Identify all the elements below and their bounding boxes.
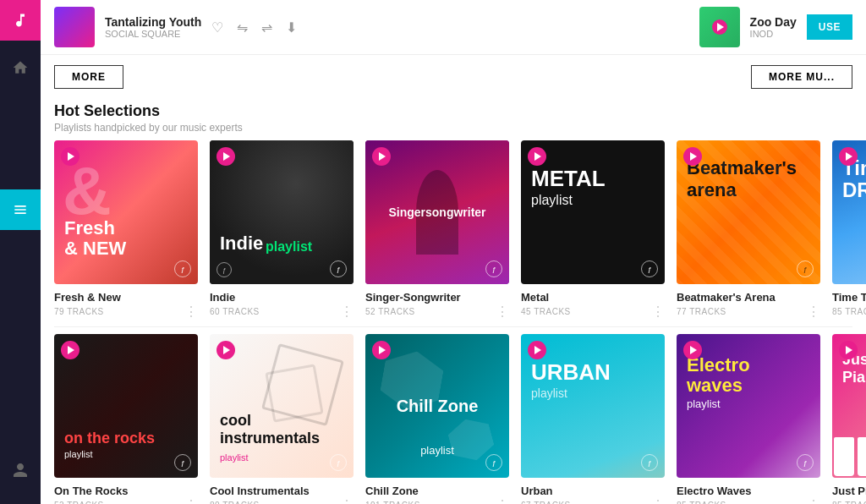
play-overlay-piano [839,341,858,359]
playlist-name-indie: Indie [210,291,354,304]
playlist-tracks-metal: 45 TRACKS [521,307,571,316]
playlist-logo-urban: ƒ [641,454,658,471]
indie-sub: playlist [266,239,312,255]
chill-sub: playlist [420,444,454,457]
sidebar-icon-music[interactable] [0,0,41,41]
playlist-logo-metal: ƒ [641,260,658,277]
remix-icon[interactable]: ⇌ [261,19,272,36]
playlist-thumb-singer: Singersongwriter ƒ [365,140,509,284]
cool-inst-label: coolinstrumentals [220,412,320,448]
use-button[interactable]: USE [807,14,852,40]
playlist-indie[interactable]: Indie playlist ƒ ƒ Indie 60 TRACKS ⋮ [210,140,354,320]
play-overlay-electro [683,341,702,359]
zoo-play-button[interactable] [712,19,727,35]
top-bar: Tantalizing Youth SOCIAL SQUARE ♡ ⇋ ⇌ ⬇ … [41,0,866,55]
track-artist: SOCIAL SQUARE [105,29,201,39]
playlist-name-beatmaker: Beatmaker's Arena [677,291,820,304]
more-options-icon-singer[interactable]: ⋮ [496,304,509,320]
playlist-meta: 79 TRACKS ⋮ [54,304,198,320]
row-divider [54,326,852,327]
section-header: Hot Selections Playlists handpicked by o… [41,99,866,140]
more-music-button[interactable]: MORE MU... [751,65,852,89]
playlist-name-time: Time To Drea... [832,291,866,304]
playlist-tracks: 79 TRACKS [54,307,104,316]
play-overlay-chill [372,341,391,359]
more-row: MORE MORE MU... [41,55,866,99]
playlist-tracks-chill: 101 TRACKS [365,501,420,504]
sidebar-icon-browse[interactable] [0,189,41,230]
zoo-info: Zoo Day INOD [750,15,797,39]
playlist-meta-chill: 101 TRACKS ⋮ [365,497,509,504]
playlist-urban[interactable]: URBAN playlist ƒ Urban 67 TRACKS ⋮ [521,334,665,504]
more-options-icon[interactable]: ⋮ [184,304,198,320]
sidebar-icon-home[interactable] [0,47,41,88]
sidebar-icon-user[interactable] [0,450,41,490]
playlist-electro[interactable]: Electrowaves playlist ƒ Electro Waves 85… [677,334,820,504]
more-options-chill[interactable]: ⋮ [496,497,509,504]
section-title: Hot Selections [54,102,852,120]
more-options-urban[interactable]: ⋮ [651,497,665,504]
more-options-cool-inst[interactable]: ⋮ [340,497,354,504]
singer-label: Singersongwriter [388,205,485,219]
playlist-logo-chill: ƒ [485,454,502,471]
playlist-meta-indie: 60 TRACKS ⋮ [210,304,354,320]
playlist-logo-on-rocks: ƒ [174,454,191,471]
download-icon[interactable]: ⬇ [286,19,297,36]
playlist-thumb-time: TimeDREA... ƒ [832,140,866,284]
playlist-meta-on-rocks: 52 TRACKS ⋮ [54,497,198,504]
playlist-name-electro: Electro Waves [677,485,820,497]
playlist-metal[interactable]: METAL playlist ƒ Metal 45 TRACKS ⋮ [521,140,665,320]
on-rocks-sub: playlist [64,449,93,459]
zoo-title: Zoo Day [750,15,797,29]
playlist-singer[interactable]: Singersongwriter ƒ Singer-Songwriter 52 … [365,140,509,320]
more-button[interactable]: MORE [54,65,123,89]
playlist-name-chill: Chill Zone [365,485,509,497]
playlist-logo-cool-inst: ƒ [330,454,347,471]
playlist-time[interactable]: TimeDREA... ƒ Time To Drea... 85 TRACKS … [832,140,866,320]
metal-label: METAL [531,166,606,192]
play-overlay-indie [216,147,235,166]
playlist-chill[interactable]: Chill Zone playlist ƒ Chill Zone 101 TRA… [365,334,509,504]
play-overlay-on-rocks [61,341,79,359]
playlist-logo: ƒ [174,260,191,277]
playlist-piano[interactable]: JustPiano ƒ Just Piano 85 TRACKS ⋮ [832,334,866,504]
more-options-icon-metal[interactable]: ⋮ [651,304,665,320]
playlist-thumb-chill: Chill Zone playlist ƒ [365,334,509,478]
playlist-cool-inst[interactable]: coolinstrumentals playlist ƒ Cool Instru… [210,334,354,504]
playlist-tracks-piano: 85 TRACKS [832,501,866,504]
playlist-meta-time: 85 TRACKS ⋮ [832,304,866,320]
playlist-fresh-new[interactable]: & Fresh& NEW ƒ Fresh & New 79 TRACKS ⋮ [54,140,198,320]
track-title: Tantalizing Youth [105,15,201,29]
playlist-name-fresh-new: Fresh & New [54,291,198,304]
now-playing: Tantalizing Youth SOCIAL SQUARE ♡ ⇋ ⇌ ⬇ [54,7,297,47]
play-overlay-time [839,147,858,166]
playlist-name-singer: Singer-Songwriter [365,291,509,304]
more-options-icon-beatmaker[interactable]: ⋮ [807,304,820,320]
playlist-thumb-fresh-new: & Fresh& NEW ƒ [54,140,198,284]
playlist-tracks-indie: 60 TRACKS [210,307,260,316]
playlist-beatmaker[interactable]: Beatmaker'sarena ƒ Beatmaker's Arena 77 … [677,140,820,320]
playlist-thumb-metal: METAL playlist ƒ [521,140,665,284]
playlist-meta-metal: 45 TRACKS ⋮ [521,304,665,320]
playlist-thumb-urban: URBAN playlist ƒ [521,334,665,478]
heart-icon[interactable]: ♡ [211,19,223,36]
on-rocks-label: on the rocks [64,430,155,448]
playlist-thumb-on-rocks: on the rocks playlist ƒ [54,334,198,478]
share-icon[interactable]: ⇋ [237,19,248,36]
cool-inst-sub: playlist [220,452,249,463]
indie-label: Indie [220,233,263,255]
playlist-on-rocks[interactable]: on the rocks playlist ƒ On The Rocks 52 … [54,334,198,504]
sidebar [0,0,41,504]
play-overlay-cool-inst [216,341,235,359]
playlist-meta-piano: 85 TRACKS ⋮ [832,497,866,504]
playlist-meta-electro: 85 TRACKS ⋮ [677,497,820,504]
more-options-icon-indie[interactable]: ⋮ [340,304,354,320]
more-options-on-rocks[interactable]: ⋮ [184,497,198,504]
metal-sub: playlist [531,193,573,208]
playlist-thumb-cool-inst: coolinstrumentals playlist ƒ [210,334,354,478]
play-overlay-metal [528,147,546,166]
more-options-electro[interactable]: ⋮ [807,497,820,504]
play-triangle [717,23,724,31]
playlists-row-2: on the rocks playlist ƒ On The Rocks 52 … [41,334,866,504]
playlist-tracks-electro: 85 TRACKS [677,501,726,504]
